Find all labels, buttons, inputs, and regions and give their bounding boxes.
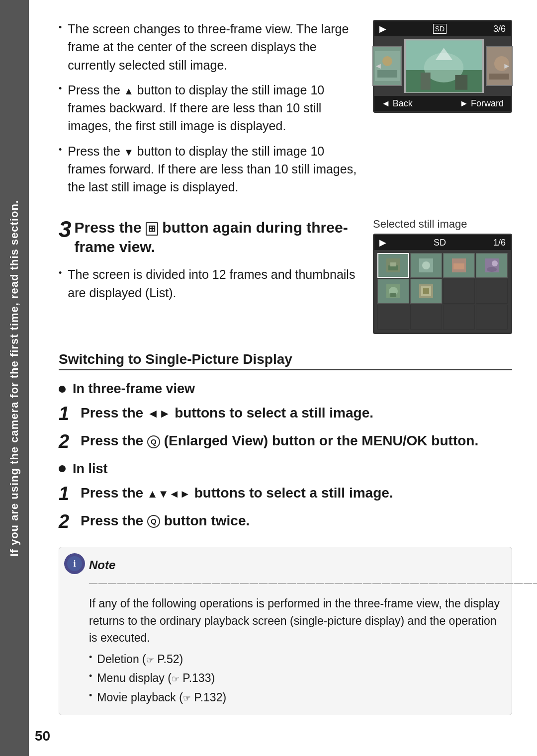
note-bullet-dot-1: • xyxy=(89,651,92,664)
top-section: • The screen changes to three-frame view… xyxy=(59,20,512,203)
thumb-img-1 xyxy=(386,258,400,272)
playback-icon: ⊞ xyxy=(146,222,158,236)
lcd-bottom-bar: ◄ Back ► Forward xyxy=(374,96,511,111)
note-bullet-text-2: Menu display (☞ P.133) xyxy=(97,670,215,687)
main-content: • The screen changes to three-frame view… xyxy=(29,0,537,756)
three-frame-step2: 2 Press the Q (Enlarged View) button or … xyxy=(59,431,512,452)
thumb-6 xyxy=(410,279,442,304)
thumb-3 xyxy=(443,253,475,278)
grid-play-icon: ▶ xyxy=(379,237,386,248)
sidebar: If you are using the camera for the firs… xyxy=(0,0,29,756)
circle-bullet-1 xyxy=(59,386,66,393)
note-bullet-dot-3: • xyxy=(89,689,92,702)
sidebar-text: If you are using the camera for the firs… xyxy=(8,200,21,557)
thumb-11 xyxy=(443,305,475,330)
lcd-grid-top-bar: ▶ SD 1/6 xyxy=(374,235,511,250)
svg-text:i: i xyxy=(73,559,76,569)
lcd-counter: 3/6 xyxy=(493,24,506,34)
svg-rect-11 xyxy=(489,74,509,80)
note-box: i Note ─────────────────────────────────… xyxy=(59,547,512,715)
list-step1: 1 Press the ▲▼◄► buttons to select a sti… xyxy=(59,484,512,504)
svg-rect-27 xyxy=(423,288,429,294)
list-heading: In list xyxy=(59,461,512,477)
note-bullet-text-3: Movie playback (☞ P.132) xyxy=(97,689,226,706)
step-num-2a: 2 xyxy=(59,431,73,452)
step-num-1b: 1 xyxy=(59,484,73,504)
step3-heading: 3 Press the ⊞ button again during three-… xyxy=(59,218,358,256)
step3-section: 3 Press the ⊞ button again during three-… xyxy=(59,218,512,334)
step-num-2b: 2 xyxy=(59,511,73,532)
three-frame-step2-text: Press the Q (Enlarged View) button or th… xyxy=(81,431,478,450)
thumb-2 xyxy=(410,253,442,278)
note-title: Note ───────────────────────────────────… xyxy=(89,556,501,592)
magnify-icon-1: Q xyxy=(147,435,160,448)
lcd-thumbnail-grid: ▶ SD 1/6 xyxy=(373,234,512,334)
thumb-img-6 xyxy=(419,284,433,298)
svg-point-21 xyxy=(487,267,497,272)
svg-point-1 xyxy=(382,56,392,66)
step3-right: Selected still image ▶ SD 1/6 xyxy=(373,218,512,334)
svg-point-16 xyxy=(422,261,430,269)
bullet-text-1: The screen changes to three-frame view. … xyxy=(68,20,358,74)
lcd-three-frame: ▶ SD 3/6 ◄ xyxy=(373,20,512,203)
thumb-12 xyxy=(476,305,508,330)
bullet-text-3: Press the ▼ button to display the still … xyxy=(68,142,358,196)
back-label: ◄ Back xyxy=(381,98,413,109)
thumb-img-5 xyxy=(386,284,400,298)
note-bullet-1: • Deletion (☞ P.52) xyxy=(89,651,501,668)
list-step2: 2 Press the Q button twice. xyxy=(59,511,512,532)
svg-point-20 xyxy=(492,260,498,266)
note-bullet-2: • Menu display (☞ P.133) xyxy=(89,670,501,687)
lcd-center-img xyxy=(404,39,484,93)
step3-heading-text: Press the ⊞ button again during three-fr… xyxy=(75,218,358,256)
thumb-grid xyxy=(374,250,511,333)
play-icon: ▶ xyxy=(379,23,386,34)
note-bullet-dot-2: • xyxy=(89,670,92,683)
circle-bullet-2 xyxy=(59,465,66,472)
page-number: 50 xyxy=(35,728,50,744)
lcd-right-img: ► xyxy=(486,46,513,86)
svg-rect-7 xyxy=(421,72,431,89)
selected-label: Selected still image xyxy=(373,218,467,231)
thumb-10 xyxy=(410,305,442,330)
bullet-dot-2: • xyxy=(59,82,62,95)
step3-left: 3 Press the ⊞ button again during three-… xyxy=(59,218,358,334)
bullet-list: • The screen changes to three-frame view… xyxy=(59,20,358,203)
step-num-1a: 1 xyxy=(59,404,73,424)
lcd-top-bar: ▶ SD 3/6 xyxy=(374,21,511,36)
svg-rect-2 xyxy=(377,70,397,78)
list-step1-text: Press the ▲▼◄► buttons to select a still… xyxy=(81,484,393,503)
svg-rect-14 xyxy=(390,262,396,266)
three-frame-step1-text: Press the ◄► buttons to select a still i… xyxy=(81,404,373,422)
step3-sub-text: The screen is divided into 12 frames and… xyxy=(68,265,358,302)
note-bullet-3: • Movie playback (☞ P.132) xyxy=(89,689,501,706)
sd-icon: SD xyxy=(433,24,447,34)
thumb-img-3 xyxy=(452,258,466,272)
forward-label: ► Forward xyxy=(459,98,504,109)
bullet-item-1: • The screen changes to three-frame view… xyxy=(59,20,358,74)
svg-rect-18 xyxy=(453,263,464,269)
list-label: In list xyxy=(73,461,108,477)
svg-rect-24 xyxy=(390,293,396,297)
bullet-text-2: Press the ▲ button to display the still … xyxy=(68,81,358,135)
thumb-1 xyxy=(377,253,409,278)
step3-bullet-dot: • xyxy=(59,266,62,279)
note-body: If any of the following operations is pe… xyxy=(89,595,501,647)
bullet-dot-3: • xyxy=(59,143,62,156)
three-frame-step1: 1 Press the ◄► buttons to select a still… xyxy=(59,404,512,424)
note-icon: i xyxy=(64,553,85,574)
thumb-5 xyxy=(377,279,409,304)
step3-sub-bullet: • The screen is divided into 12 frames a… xyxy=(59,265,358,302)
svg-rect-8 xyxy=(455,75,467,89)
center-image-svg xyxy=(406,40,482,92)
three-frame-label: In three-frame view xyxy=(73,381,195,397)
thumb-img-4 xyxy=(485,258,499,272)
thumb-img-2 xyxy=(419,258,433,272)
section-heading: Switching to Single-Picture Display xyxy=(59,351,512,370)
three-frame-heading: In three-frame view xyxy=(59,381,512,397)
note-dashes: ────────────────────────────────────────… xyxy=(89,576,537,589)
bullet-item-3: • Press the ▼ button to display the stil… xyxy=(59,142,358,196)
grid-counter: 1/6 xyxy=(493,238,506,248)
lcd-image-area: ◄ xyxy=(374,36,511,96)
note-svg-icon: i xyxy=(67,556,83,572)
